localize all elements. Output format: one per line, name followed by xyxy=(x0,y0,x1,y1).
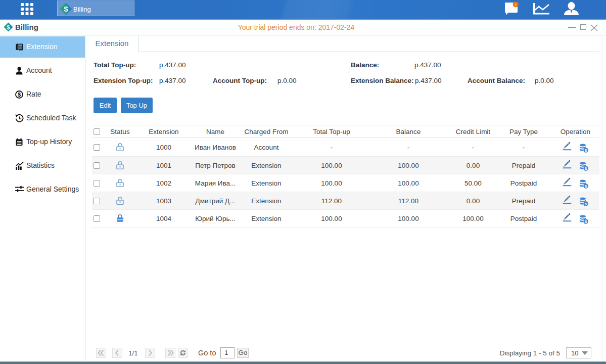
svg-text:$: $ xyxy=(7,24,10,30)
svg-text:$: $ xyxy=(64,5,68,13)
svg-text:!: ! xyxy=(515,3,517,7)
svg-text:$: $ xyxy=(18,92,21,98)
